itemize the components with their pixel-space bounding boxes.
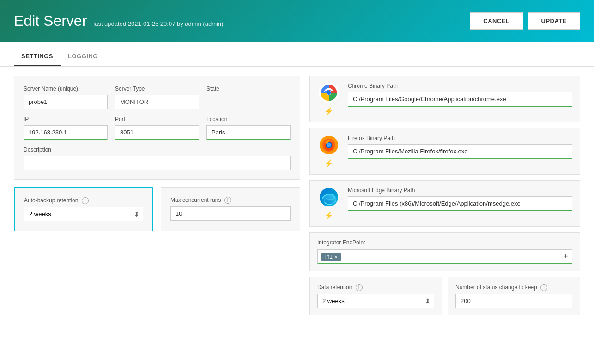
integrator-label: Integrator EndPoint <box>317 239 572 246</box>
tab-bar: SETTINGS LOGGING <box>0 46 594 67</box>
integrator-section: Integrator EndPoint in1 × + <box>309 232 580 271</box>
edge-info: Microsoft Edge Binary Path <box>348 187 572 211</box>
firefox-card: ⚡ Firefox Binary Path <box>309 128 580 175</box>
concurrent-card: Max concurrent runs i <box>161 187 300 231</box>
status-change-card: Number of status change to keep i <box>448 277 580 315</box>
edge-lightning-icon[interactable]: ⚡ <box>324 211 333 220</box>
location-group: Location <box>206 116 291 140</box>
page-title: Edit Server <box>14 12 87 30</box>
server-name-input[interactable] <box>24 95 108 109</box>
cancel-button[interactable]: CANCEL <box>470 12 523 30</box>
firefox-icon-area: ⚡ <box>317 135 340 168</box>
header-actions: CANCEL UPDATE <box>470 12 580 30</box>
chrome-path-label: Chrome Binary Path <box>348 83 572 89</box>
data-retention-label: Data retention i <box>317 284 363 291</box>
tab-logging[interactable]: LOGGING <box>61 46 105 66</box>
chrome-icon-area: ⚡ <box>317 83 340 115</box>
data-retention-card: Data retention i 2 weeks 1 week 1 month … <box>309 277 442 315</box>
description-group: Description <box>24 146 291 170</box>
edge-path-label: Microsoft Edge Binary Path <box>348 187 572 194</box>
concurrent-label: Max concurrent runs i <box>170 197 291 204</box>
backup-retention-select-wrapper: 2 weeks 1 week 1 month 3 months ⬍ <box>24 207 143 221</box>
backup-retention-select[interactable]: 2 weeks 1 week 1 month 3 months <box>24 207 143 221</box>
state-label: State <box>206 85 291 92</box>
tab-settings[interactable]: SETTINGS <box>14 46 61 66</box>
ip-group: IP <box>24 116 108 140</box>
backup-retention-group: Auto-backup retention i 2 weeks 1 week 1… <box>24 197 143 221</box>
header-left: Edit Server last updated 2021-01-25 20:0… <box>14 12 223 30</box>
bottom-row: Data retention i 2 weeks 1 week 1 month … <box>309 277 580 315</box>
firefox-path-label: Firefox Binary Path <box>348 135 572 141</box>
integrator-tag-remove[interactable]: × <box>334 254 337 260</box>
edge-icon-area: ⚡ <box>317 187 340 220</box>
firefox-lightning-icon[interactable]: ⚡ <box>324 159 333 168</box>
integrator-add-button[interactable]: + <box>563 252 568 261</box>
page-header: Edit Server last updated 2021-01-25 20:0… <box>0 0 594 42</box>
chrome-path-input[interactable] <box>348 92 572 107</box>
left-panel: Server Name (unique) Server Type MONITOR… <box>14 76 300 315</box>
description-input[interactable] <box>24 156 291 170</box>
port-input[interactable] <box>115 125 199 140</box>
firefox-icon <box>319 135 339 155</box>
backup-card: Auto-backup retention i 2 weeks 1 week 1… <box>14 187 153 231</box>
description-label: Description <box>24 146 291 153</box>
edge-path-input[interactable] <box>348 196 572 211</box>
chrome-card: ⚡ Chrome Binary Path <box>309 76 580 122</box>
server-name-label: Server Name (unique) <box>24 85 108 92</box>
data-retention-info-icon[interactable]: i <box>356 284 363 291</box>
concurrent-input[interactable] <box>170 206 291 221</box>
update-button[interactable]: UPDATE <box>528 12 580 30</box>
ip-label: IP <box>24 116 108 122</box>
integrator-text-input[interactable] <box>344 253 563 260</box>
server-name-group: Server Name (unique) <box>24 85 108 109</box>
status-change-info-icon[interactable]: i <box>540 284 547 291</box>
backup-info-icon[interactable]: i <box>82 197 89 204</box>
status-change-label: Number of status change to keep i <box>455 284 547 291</box>
integrator-tag: in1 × <box>321 253 341 261</box>
ip-input[interactable] <box>24 125 108 140</box>
header-subtitle: last updated 2021-01-25 20:07 by admin (… <box>93 20 223 27</box>
state-group: State <box>206 85 291 109</box>
server-type-group: Server Type MONITOR <box>115 85 199 109</box>
location-input[interactable] <box>206 125 291 140</box>
concurrent-info-icon[interactable]: i <box>224 197 231 204</box>
right-panel: ⚡ Chrome Binary Path ⚡ Fi <box>309 76 580 315</box>
concurrent-group: Max concurrent runs i <box>170 197 291 221</box>
location-label: Location <box>206 116 291 122</box>
port-group: Port <box>115 116 199 140</box>
svg-point-4 <box>327 91 331 95</box>
integrator-input-row: in1 × + <box>317 249 572 264</box>
chrome-icon <box>319 83 339 103</box>
server-type-label: Server Type <box>115 85 199 92</box>
chrome-info: Chrome Binary Path <box>348 83 572 107</box>
server-info-card: Server Name (unique) Server Type MONITOR… <box>14 76 300 180</box>
backup-retention-label: Auto-backup retention i <box>24 197 143 204</box>
firefox-info: Firefox Binary Path <box>348 135 572 159</box>
status-change-input[interactable] <box>455 294 572 308</box>
main-content: Server Name (unique) Server Type MONITOR… <box>0 67 594 324</box>
chrome-lightning-icon[interactable]: ⚡ <box>324 107 333 115</box>
server-type-select[interactable]: MONITOR <box>115 95 199 109</box>
edge-icon <box>319 187 339 207</box>
data-retention-select-wrapper: 2 weeks 1 week 1 month ⬍ <box>317 294 434 308</box>
edge-card: ⚡ Microsoft Edge Binary Path <box>309 180 580 227</box>
firefox-path-input[interactable] <box>348 144 572 159</box>
data-retention-select[interactable]: 2 weeks 1 week 1 month <box>317 294 434 308</box>
backup-concurrent-row: Auto-backup retention i 2 weeks 1 week 1… <box>14 187 300 231</box>
port-label: Port <box>115 116 199 122</box>
